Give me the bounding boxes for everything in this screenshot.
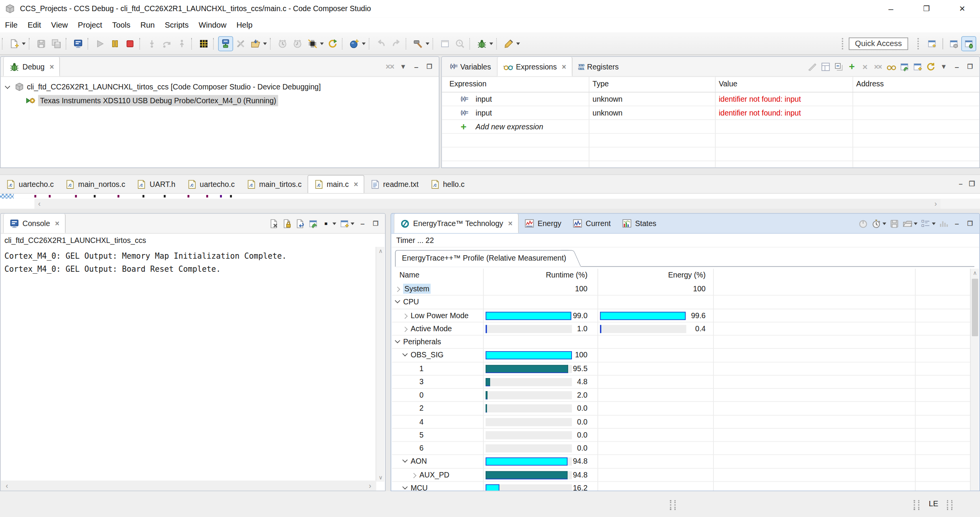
profile-tab[interactable]: EnergyTrace++™ Profile (Relative Measure… bbox=[395, 250, 569, 267]
tab-states[interactable]: States bbox=[616, 214, 662, 233]
chevron-down-icon[interactable] bbox=[395, 338, 400, 343]
tab-console[interactable]: Console × bbox=[3, 214, 66, 233]
debug-bug-button[interactable] bbox=[474, 36, 489, 51]
editor-tab-hello.c[interactable]: .chello.c bbox=[424, 175, 470, 193]
view-menu-button[interactable]: ▾ bbox=[937, 60, 950, 73]
remove-expression-button[interactable]: × bbox=[858, 60, 871, 73]
editor-tab-uartecho.c[interactable]: .cuartecho.c bbox=[0, 175, 59, 193]
profile-row-peripherals[interactable]: Peripherals bbox=[392, 335, 972, 349]
menu-scripts[interactable]: Scripts bbox=[160, 19, 193, 31]
forward-button[interactable] bbox=[389, 36, 404, 51]
debug-tree-row[interactable]: cli_ftd_CC26X2R1_LAUNCHXL_tirtos_ccs [Co… bbox=[1, 80, 439, 94]
close-window-button[interactable]: × bbox=[944, 0, 980, 18]
console-display-button[interactable] bbox=[71, 36, 86, 51]
profile-row-aux-pd[interactable]: AUX_PD94.8 bbox=[392, 468, 972, 482]
scroll-up-icon[interactable]: ∧ bbox=[376, 247, 385, 256]
menu-tools[interactable]: Tools bbox=[107, 19, 136, 31]
ccs-debug-perspective-button[interactable] bbox=[961, 36, 976, 51]
editor-minimize-button[interactable]: – bbox=[959, 181, 963, 188]
profile-row-5[interactable]: 50.0 bbox=[392, 429, 972, 442]
dropdown-caret-icon[interactable] bbox=[882, 222, 886, 225]
profile-row-low-power-mode[interactable]: Low Power Mode99.099.6 bbox=[392, 309, 972, 322]
dropdown-caret-icon[interactable] bbox=[332, 222, 336, 225]
scroll-left-icon[interactable]: ‹ bbox=[35, 199, 45, 209]
status-grip[interactable] bbox=[914, 500, 919, 510]
dropdown-caret-icon[interactable] bbox=[489, 42, 493, 45]
status-grip[interactable] bbox=[670, 500, 676, 510]
new-window-button[interactable] bbox=[438, 36, 453, 51]
pin-view-button[interactable] bbox=[897, 60, 911, 73]
profile-row-mcu[interactable]: MCU16.2 bbox=[392, 482, 972, 491]
dropdown-caret-icon[interactable] bbox=[426, 42, 430, 45]
memory-browser-button[interactable] bbox=[196, 36, 211, 51]
maximize-button[interactable]: ❐ bbox=[963, 60, 976, 73]
pin-console-button[interactable] bbox=[306, 217, 319, 230]
column-header-expression[interactable]: Expression bbox=[450, 79, 487, 88]
console-vertical-scrollbar[interactable]: ∧ ∨ bbox=[376, 247, 385, 482]
open-perspective-button[interactable] bbox=[924, 36, 939, 51]
editor-tab-main_tirtos.c[interactable]: .cmain_tirtos.c bbox=[240, 175, 307, 193]
editor-horizontal-scrollbar[interactable]: ‹ › bbox=[0, 199, 980, 209]
debug-tree-row[interactable]: Texas Instruments XDS110 USB Debug Probe… bbox=[1, 94, 439, 107]
pause-button[interactable] bbox=[107, 36, 122, 51]
profile-row-3[interactable]: 34.8 bbox=[392, 375, 972, 389]
power-button[interactable] bbox=[856, 217, 869, 230]
close-tab-icon[interactable]: × bbox=[50, 62, 54, 71]
tab-registers[interactable]: 10100101Registers bbox=[572, 57, 624, 76]
scroll-left-icon[interactable]: ‹ bbox=[2, 481, 12, 491]
connect-target-button[interactable] bbox=[218, 36, 233, 51]
column-header-value[interactable]: Value bbox=[719, 79, 737, 88]
tree-mode-button[interactable] bbox=[819, 60, 832, 73]
close-tab-icon[interactable]: × bbox=[562, 62, 566, 71]
energytrace-vertical-scrollbar[interactable]: ∧ bbox=[970, 269, 979, 491]
add-expression-row[interactable]: +Add new expression bbox=[442, 120, 979, 134]
profile-clock-alt-button[interactable] bbox=[290, 36, 305, 51]
display-options-button[interactable] bbox=[919, 217, 932, 230]
editor-tab-main_nortos.c[interactable]: .cmain_nortos.c bbox=[59, 175, 131, 193]
view-menu-button[interactable]: ▾ bbox=[396, 60, 409, 73]
word-wrap-button[interactable] bbox=[293, 217, 306, 230]
profile-row-2[interactable]: 20.0 bbox=[392, 402, 972, 415]
step-return-button[interactable] bbox=[174, 36, 189, 51]
editor-tab-uartecho.c[interactable]: .cuartecho.c bbox=[181, 175, 240, 193]
chevron-down-icon[interactable] bbox=[402, 458, 408, 463]
display-console-button[interactable]: ▪ bbox=[319, 217, 332, 230]
minimize-button[interactable]: – bbox=[950, 60, 963, 73]
minimize-window-button[interactable]: – bbox=[873, 0, 909, 18]
minimize-button[interactable]: – bbox=[355, 217, 369, 230]
dropdown-caret-icon[interactable] bbox=[914, 222, 917, 225]
maximize-button[interactable]: ❐ bbox=[369, 217, 382, 230]
menu-window[interactable]: Window bbox=[193, 19, 231, 31]
restart-button[interactable] bbox=[325, 36, 340, 51]
tab-debug[interactable]: Debug × bbox=[3, 57, 60, 76]
close-tab-icon[interactable]: × bbox=[508, 219, 512, 228]
minimize-button[interactable]: – bbox=[950, 217, 963, 230]
chevron-right-icon[interactable] bbox=[402, 327, 408, 332]
close-tab-icon[interactable]: × bbox=[354, 180, 358, 189]
flash-pencil-button[interactable] bbox=[501, 36, 516, 51]
remove-all-terminated-button[interactable]: ×× bbox=[383, 60, 396, 73]
profile-row-4[interactable]: 40.0 bbox=[392, 415, 972, 429]
save-button[interactable] bbox=[887, 217, 901, 230]
chevron-right-icon[interactable] bbox=[395, 287, 400, 292]
expression-row[interactable]: (x)=inputunknownidentifier not found: in… bbox=[442, 92, 979, 106]
quick-access-button[interactable]: Quick Access bbox=[849, 37, 908, 50]
menu-help[interactable]: Help bbox=[231, 19, 258, 31]
tab-energytrace-technology[interactable]: EnergyTrace™ Technology× bbox=[394, 214, 519, 233]
stop-button[interactable] bbox=[122, 36, 137, 51]
status-grip[interactable] bbox=[947, 500, 953, 510]
chevron-down-icon[interactable] bbox=[402, 351, 408, 357]
console-output[interactable]: Cortex_M4_0: GEL Output: Memory Map Init… bbox=[4, 249, 372, 276]
expression-row[interactable]: (x)=inputunknownidentifier not found: in… bbox=[442, 106, 979, 120]
close-tab-icon[interactable]: × bbox=[55, 219, 59, 228]
scroll-up-icon[interactable]: ∧ bbox=[971, 269, 980, 277]
minimize-button[interactable]: – bbox=[409, 60, 422, 73]
open-console-button[interactable] bbox=[337, 217, 350, 230]
add-expression-button[interactable]: + bbox=[845, 60, 858, 73]
maximize-window-button[interactable]: ❐ bbox=[909, 0, 944, 18]
profile-row-0[interactable]: 02.0 bbox=[392, 389, 972, 402]
profile-clock-button[interactable] bbox=[275, 36, 290, 51]
build-hammer-button[interactable] bbox=[411, 36, 426, 51]
menu-view[interactable]: View bbox=[46, 19, 73, 31]
device-chip-button[interactable] bbox=[305, 36, 320, 51]
